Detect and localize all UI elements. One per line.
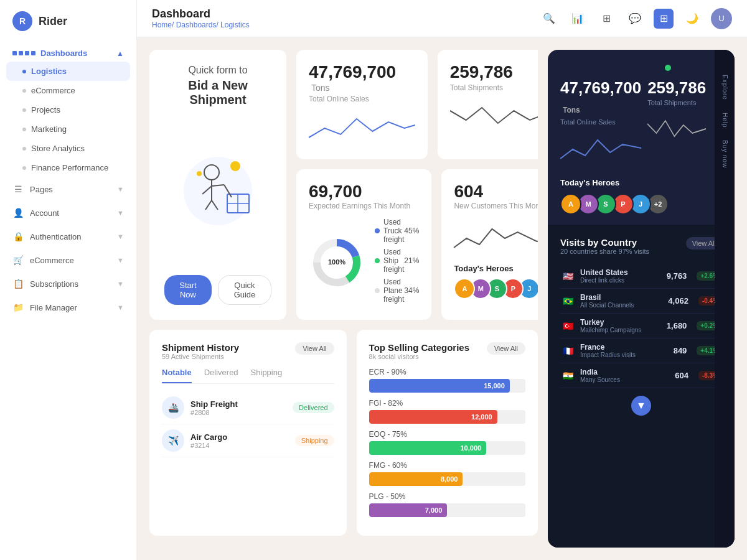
sidebar-item-subscriptions[interactable]: 📋 Subscriptions ▼: [0, 272, 136, 296]
country-list: 🇺🇸 United States Direct link clicks 9,76…: [560, 264, 722, 388]
category-bars: ECR - 90% 15,000 FGI - 82% 12,000 EOQ - …: [369, 368, 525, 517]
sidebar-item-authentication[interactable]: 🔒 Authentication ▼: [0, 225, 136, 248]
sidebar-item-filemanager[interactable]: 📁 File Manager ▼: [0, 296, 136, 319]
dark-stat-shipments: 259,786 Total Shipments: [647, 78, 706, 168]
online-sales-unit: Tons: [311, 83, 330, 93]
shipment-item-1: 🚢 Ship Freight #2808 Delivered: [162, 391, 334, 424]
strip-buynow[interactable]: Buy now: [721, 140, 728, 168]
new-customers-card: 604 New Customers This Month Today's Her…: [441, 169, 538, 320]
auth-icon: 🔒: [12, 231, 24, 242]
shipments-num: 259,786: [450, 62, 513, 82]
sidebar-item-pages[interactable]: ☰ Pages ▼: [0, 177, 136, 201]
page-title: Dashboard: [152, 7, 250, 21]
flag-us: 🇺🇸: [560, 271, 575, 281]
bar-fgi: FGI - 82% 12,000: [369, 399, 525, 424]
quick-guide-button[interactable]: Quick Guide: [218, 275, 271, 305]
svg-point-2: [197, 171, 202, 176]
sidebar: R Rider Dashboards ▲ Logistics eComme: [0, 0, 137, 560]
freight-donut-chart: 100%: [309, 235, 365, 291]
shipments-chart: [450, 98, 538, 136]
ecommerce-arrow-icon: ▼: [117, 256, 124, 264]
nav-dot-logistics: [22, 70, 26, 73]
dark-sales-num: 47,769,700 Tons: [560, 78, 641, 117]
promo-subtitle: Bid a New Shipment: [164, 78, 271, 107]
country-tr: 🇹🇷 Turkey Mailchimp Campaigns 1,680 +0.2…: [560, 314, 722, 338]
sidebar-item-ecommerce[interactable]: eCommerce: [0, 81, 136, 100]
customers-num: 604: [454, 182, 538, 202]
header: Dashboard Home/ Dashboards/ Logistics 🔍 …: [137, 0, 747, 37]
sidebar-item-ecommerce2[interactable]: 🛒 eCommerce ▼: [0, 248, 136, 272]
sidebar-section-dashboards[interactable]: Dashboards ▲: [0, 42, 136, 62]
apps-icon[interactable]: ⊞: [654, 9, 674, 29]
heroes-title: Today's Heroes: [454, 264, 538, 273]
sidebar-item-marketing[interactable]: Marketing: [0, 119, 136, 139]
shipment-history-card: Shipment History 59 Active Shipments Vie…: [149, 330, 347, 536]
promo-buttons: Start Now Quick Guide: [164, 275, 271, 305]
flag-fr: 🇫🇷: [560, 346, 575, 356]
ship-status-1: Delivered: [293, 402, 334, 413]
earnings-card: 69,700 Expected Earnings This Month: [296, 169, 431, 320]
shipment-view-all-button[interactable]: View All: [295, 342, 334, 355]
sidebar-nav: Dashboards ▲ Logistics eCommerce Project…: [0, 42, 136, 560]
online-sales-label: Total Online Sales: [309, 95, 415, 103]
subscriptions-arrow-icon: ▼: [117, 280, 124, 287]
sidebar-item-logistics[interactable]: Logistics: [6, 62, 130, 81]
sidebar-item-projects[interactable]: Projects: [0, 100, 136, 119]
avatar[interactable]: U: [711, 8, 732, 29]
dashboards-arrow-icon: ▲: [116, 49, 124, 58]
logo[interactable]: R Rider: [0, 0, 136, 42]
account-arrow-icon: ▼: [117, 209, 124, 217]
categories-sub: 8k social visitors: [369, 353, 469, 360]
nav-dot-finance: [22, 166, 26, 170]
grid-icon[interactable]: ⊞: [596, 9, 616, 29]
right-panel: Explore Help Buy now 47,769,700 Tons Tot…: [548, 50, 735, 548]
dark-shipments-label: Total Shipments: [647, 99, 706, 106]
sidebar-item-store-analytics[interactable]: Store Analytics: [0, 139, 136, 158]
filemanager-arrow-icon: ▼: [117, 304, 124, 311]
strip-explore[interactable]: Explore: [721, 75, 728, 100]
ship-status-2: Shipping: [295, 435, 334, 446]
dark-heroes-section: Today's Heroes A M S P J +2: [548, 178, 735, 225]
dark-sales-unit: Tons: [563, 106, 580, 114]
categories-view-all-button[interactable]: View All: [487, 342, 525, 355]
ship-icon-1: 🚢: [162, 396, 184, 419]
logo-text: Rider: [39, 15, 67, 28]
start-now-button[interactable]: Start Now: [164, 275, 212, 305]
load-more-button[interactable]: ▼: [631, 396, 651, 416]
chat-icon[interactable]: 💬: [625, 9, 645, 29]
sidebar-item-finance[interactable]: Finance Performance: [0, 158, 136, 177]
online-sales-card: 47,769,700 Tons Total Online Sales: [296, 50, 428, 159]
bar-fill-fmg: 8,000: [369, 472, 463, 486]
right-strip: Explore Help Buy now: [715, 50, 735, 548]
chart-icon[interactable]: 📊: [568, 9, 588, 29]
customers-label: New Customers This Month: [454, 202, 538, 210]
shipment-tabs: Notable Delivered Shipping: [162, 368, 334, 384]
visits-title: Visits by Country: [560, 237, 649, 248]
main: Dashboard Home/ Dashboards/ Logistics 🔍 …: [137, 0, 747, 560]
strip-help[interactable]: Help: [721, 113, 728, 128]
dark-heroes-title: Today's Heroes: [560, 178, 702, 187]
country-fr: 🇫🇷 France Impact Radius visits 849 +4.1%: [560, 338, 722, 363]
dark-sales-label: Total Online Sales: [560, 118, 641, 126]
svg-point-0: [184, 157, 252, 225]
darkmode-icon[interactable]: 🌙: [682, 9, 702, 29]
search-icon[interactable]: 🔍: [539, 9, 559, 29]
tab-shipping[interactable]: Shipping: [251, 368, 283, 383]
sidebar-item-account[interactable]: 👤 Account ▼: [0, 201, 136, 225]
tab-delivered[interactable]: Delivered: [204, 368, 238, 383]
content-left: Quick form to Bid a New Shipment: [149, 50, 538, 548]
hero-avatar-1: A: [454, 278, 475, 299]
freight-legend: Used Truck freight 45% Used Ship freight: [375, 218, 419, 307]
pages-icon: ☰: [12, 184, 24, 195]
svg-point-1: [230, 161, 240, 171]
earnings-label: Expected Earnings This Month: [309, 202, 419, 210]
dark-top-section: 47,769,700 Tons Total Online Sales 259,7…: [548, 50, 735, 178]
dark-shipments-num: 259,786: [647, 78, 706, 98]
categories-title: Top Selling Categories: [369, 342, 469, 353]
tab-notable[interactable]: Notable: [162, 368, 192, 383]
country-in: 🇮🇳 India Many Sources 604 -8.3%: [560, 363, 722, 388]
earnings-num: 69,700: [309, 182, 419, 202]
shipment-history-title: Shipment History: [162, 342, 239, 353]
ship-name-2: Air Cargo: [190, 432, 289, 442]
ship-name-1: Ship Freight: [190, 399, 286, 409]
